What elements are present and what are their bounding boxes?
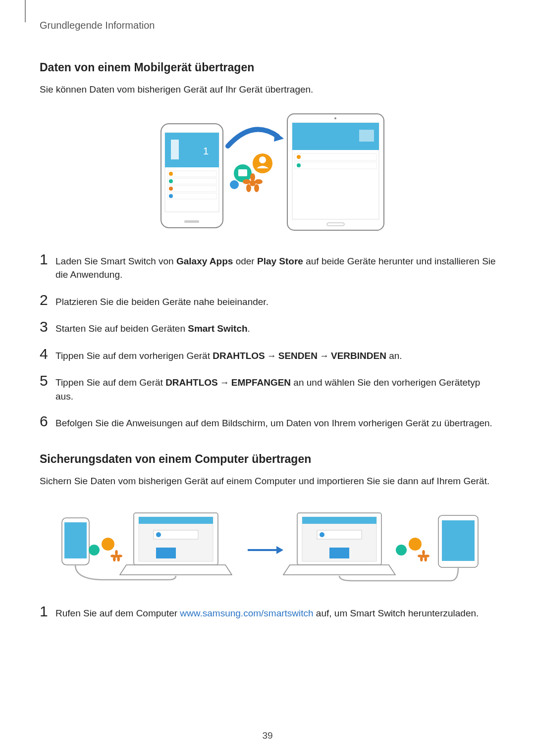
svg-point-44 [117, 556, 120, 561]
step-text: Befolgen Sie die Anweisungen auf dem Bil… [55, 416, 500, 430]
svg-point-12 [169, 194, 173, 198]
step-text: Starten Sie auf beiden Geräten Smart Swi… [55, 322, 500, 336]
section2-intro: Sichern Sie Daten vom bisherigen Gerät a… [40, 475, 500, 488]
step-text: Laden Sie Smart Switch von Galaxy Apps o… [55, 254, 500, 282]
svg-point-18 [259, 156, 266, 163]
svg-point-63 [409, 538, 422, 551]
svg-point-45 [115, 554, 118, 557]
svg-point-43 [113, 556, 116, 561]
step-text: Rufen Sie auf dem Computer www.samsung.c… [55, 606, 500, 620]
step-number: 2 [40, 293, 55, 307]
step6-item: 6 Befolgen Sie die Anweisungen auf dem B… [40, 414, 500, 430]
svg-rect-9 [167, 186, 216, 192]
svg-point-20 [243, 179, 251, 184]
svg-rect-51 [156, 548, 176, 558]
svg-rect-30 [359, 130, 374, 142]
section1-title: Daten von einem Mobilgerät übertragen [40, 61, 500, 74]
svg-rect-60 [329, 548, 349, 558]
mobile-transfer-svg: 1 [151, 109, 389, 233]
step1-item: 1 Laden Sie Smart Switch von Galaxy Apps… [40, 252, 500, 282]
svg-rect-48 [139, 517, 213, 524]
svg-point-27 [334, 117, 336, 119]
step-number: 3 [40, 319, 55, 334]
svg-point-8 [169, 179, 173, 183]
illustration-mobile-transfer: 1 [40, 109, 500, 235]
step-text: Platzieren Sie die beiden Geräte nahe be… [55, 295, 500, 309]
step3-item: 3 Starten Sie auf beiden Geräten Smart S… [40, 319, 500, 336]
svg-rect-57 [302, 517, 376, 524]
svg-point-67 [420, 556, 423, 561]
svg-rect-71 [442, 520, 475, 561]
svg-marker-54 [276, 546, 283, 554]
step5-item: 5 Tippen Sie auf dem Gerät DRAHTLOS→EMPF… [40, 373, 500, 403]
step-text: Tippen Sie auf dem Gerät DRAHTLOS→EMPFAN… [55, 376, 500, 403]
svg-point-38 [89, 545, 100, 555]
svg-point-59 [320, 532, 324, 537]
svg-text:1: 1 [203, 146, 209, 156]
section2-steps: 1 Rufen Sie auf dem Computer www.samsung… [40, 604, 500, 620]
svg-point-25 [230, 180, 239, 189]
section1-steps: 1 Laden Sie Smart Switch von Galaxy Apps… [40, 252, 500, 430]
step-number: 4 [40, 347, 55, 361]
svg-rect-7 [167, 178, 216, 184]
page-header: Grundlegende Information [40, 20, 500, 31]
svg-rect-33 [295, 162, 376, 169]
step4-item: 4 Tippen Sie auf dem vorherigen Gerät DR… [40, 347, 500, 363]
svg-marker-61 [283, 565, 395, 575]
svg-point-50 [156, 532, 161, 537]
svg-rect-16 [238, 169, 247, 176]
svg-marker-14 [274, 132, 284, 142]
svg-rect-5 [167, 171, 216, 177]
svg-point-66 [422, 550, 425, 555]
svg-point-42 [115, 550, 118, 555]
svg-point-22 [246, 184, 251, 192]
svg-point-34 [297, 163, 301, 167]
step-number: 1 [40, 604, 55, 619]
step-text: Tippen Sie auf dem vorherigen Gerät DRAH… [55, 349, 500, 363]
svg-point-68 [424, 556, 427, 561]
svg-rect-31 [295, 153, 376, 160]
svg-point-24 [250, 173, 255, 181]
svg-point-10 [169, 187, 173, 191]
page-number: 39 [262, 730, 272, 741]
svg-point-62 [396, 545, 407, 555]
illustration-computer-transfer [40, 501, 500, 587]
step2-item: 2 Platzieren Sie die beiden Geräte nahe … [40, 293, 500, 309]
svg-point-23 [254, 184, 259, 192]
step-number: 1 [40, 252, 55, 267]
computer-transfer-svg [54, 501, 485, 585]
svg-point-21 [255, 179, 263, 184]
page-border [25, 0, 26, 22]
step-number: 6 [40, 414, 55, 429]
smartswitch-link[interactable]: www.samsung.com/smartswitch [180, 608, 313, 618]
section1-intro: Sie können Daten vom bisherigen Gerät au… [40, 83, 500, 97]
svg-rect-3 [171, 140, 179, 159]
svg-rect-37 [64, 522, 87, 558]
svg-point-32 [297, 155, 301, 159]
svg-point-69 [422, 554, 426, 557]
section2-step1-item: 1 Rufen Sie auf dem Computer www.samsung… [40, 604, 500, 620]
svg-marker-52 [120, 565, 232, 575]
step-number: 5 [40, 373, 55, 388]
svg-rect-13 [184, 220, 199, 223]
section2-title: Sicherungsdaten von einem Computer übert… [40, 453, 500, 466]
svg-point-6 [169, 172, 173, 176]
svg-rect-11 [167, 193, 216, 199]
svg-point-39 [102, 538, 114, 551]
